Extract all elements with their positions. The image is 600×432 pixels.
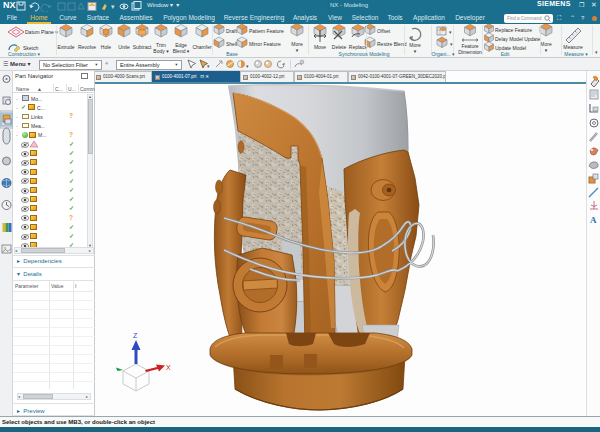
svg-text:Move: Move	[314, 44, 326, 50]
svg-text:Shell: Shell	[226, 41, 237, 47]
svg-text:Draft: Draft	[226, 28, 237, 34]
svg-text:Pattern Feature: Pattern Feature	[249, 28, 284, 34]
svg-text:Resize Blend: Resize Blend	[377, 41, 407, 47]
svg-text:Unite: Unite	[118, 44, 130, 50]
svg-text:Hole: Hole	[101, 44, 112, 50]
svg-text:Dimension: Dimension	[458, 49, 482, 55]
svg-text:Delete: Delete	[332, 44, 347, 50]
svg-text:Replace Feature: Replace Feature	[495, 27, 532, 33]
svg-text:Delay Model Update: Delay Model Update	[495, 36, 541, 42]
svg-text:▾: ▾	[449, 29, 452, 35]
svg-text:Revolve: Revolve	[78, 44, 96, 50]
svg-text:▾: ▾	[450, 41, 453, 47]
svg-text:Mirror Feature: Mirror Feature	[249, 41, 281, 47]
svg-text:▾: ▾	[111, 3, 115, 10]
svg-text:Body ▾: Body ▾	[153, 48, 169, 54]
svg-text:▾: ▾	[207, 63, 210, 69]
svg-text:Chamfer: Chamfer	[192, 44, 212, 50]
svg-text:Datum Plane ▾: Datum Plane ▾	[25, 29, 58, 35]
svg-text:Extrude: Extrude	[57, 44, 74, 50]
svg-text:▾: ▾	[296, 47, 299, 53]
svg-text:Measure: Measure	[563, 44, 583, 50]
svg-text:▾: ▾	[595, 49, 598, 55]
svg-text:Subtract: Subtract	[133, 44, 152, 50]
svg-text:Offset: Offset	[377, 28, 391, 34]
svg-text:X: X	[166, 364, 171, 371]
svg-text:Blend ▾: Blend ▾	[173, 48, 190, 54]
svg-text:▾: ▾	[246, 63, 249, 69]
svg-text:▾: ▾	[414, 48, 417, 54]
svg-text:▾: ▾	[545, 47, 548, 53]
svg-text:A: A	[590, 215, 597, 225]
svg-text:Z: Z	[133, 332, 138, 339]
svg-text:Replace: Replace	[349, 44, 368, 50]
